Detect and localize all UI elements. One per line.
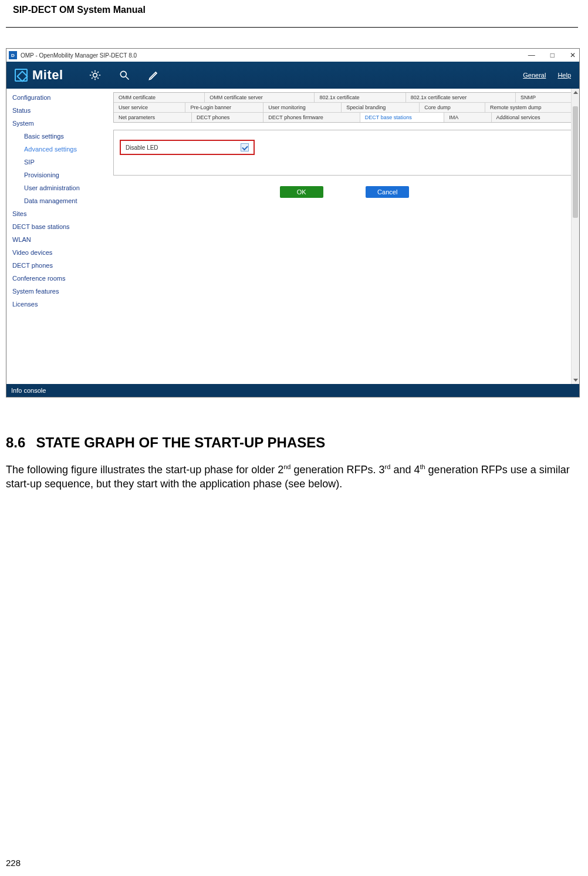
- sidebar-item-provisioning[interactable]: Provisioning: [6, 169, 110, 181]
- logo-text: Mitel: [32, 68, 63, 83]
- tab-core-dump[interactable]: Core dump: [420, 103, 485, 112]
- tab-dect-phones[interactable]: DECT phones: [192, 113, 263, 122]
- sidebar-item-conference-rooms[interactable]: Conference rooms: [6, 272, 110, 285]
- maximize-icon[interactable]: □: [550, 51, 555, 59]
- cancel-button[interactable]: Cancel: [366, 186, 409, 198]
- config-panel: Disable LED: [113, 130, 576, 176]
- sidebar-item-user-administration[interactable]: User administration: [6, 181, 110, 194]
- tab-dect-phones-firmware[interactable]: DECT phones firmware: [263, 113, 360, 122]
- tab-remote-system-dump[interactable]: Remote system dump: [485, 103, 575, 112]
- sidebar-item-status[interactable]: Status: [6, 104, 110, 117]
- gear-icon[interactable]: [89, 69, 101, 81]
- scroll-thumb[interactable]: [573, 106, 578, 218]
- banner-menu: General Help: [523, 72, 571, 79]
- tabrow-1: OMM certificate OMM certificate server 8…: [114, 93, 575, 103]
- banner: Mitel General Help: [6, 62, 579, 89]
- banner-toolbar: [89, 69, 160, 81]
- menu-general[interactable]: General: [523, 72, 546, 79]
- svg-point-0: [93, 73, 97, 78]
- sidebar-item-wlan[interactable]: WLAN: [6, 233, 110, 246]
- logo-mark-icon: [15, 69, 28, 82]
- tabrow-3: Net parameters DECT phones DECT phones f…: [114, 113, 575, 122]
- menu-help[interactable]: Help: [557, 72, 571, 79]
- scroll-down-icon[interactable]: [573, 379, 578, 382]
- window-controls: — □ ✕: [528, 49, 576, 62]
- header-rule: [6, 27, 578, 28]
- section-title: STATE GRAPH OF THE START-UP PHASES: [36, 434, 325, 451]
- tab-net-parameters[interactable]: Net parameters: [114, 113, 192, 122]
- sidebar-item-dect-phones[interactable]: DECT phones: [6, 259, 110, 272]
- tab-additional-services[interactable]: Additional services: [492, 113, 575, 122]
- tab-user-monitoring[interactable]: User monitoring: [263, 103, 342, 112]
- logo: Mitel: [15, 68, 63, 83]
- body-paragraph: The following figure illustrates the sta…: [6, 463, 578, 491]
- app-window: D OMP - OpenMobility Manager SIP-DECT 8.…: [6, 48, 580, 397]
- svg-point-1: [120, 71, 126, 77]
- info-console-label: Info console: [11, 387, 46, 394]
- tab-snmp[interactable]: SNMP: [516, 93, 575, 102]
- minimize-icon[interactable]: —: [528, 51, 535, 59]
- disable-led-checkbox[interactable]: [241, 143, 249, 151]
- section-heading: 8.6 STATE GRAPH OF THE START-UP PHASES: [6, 434, 325, 451]
- vertical-scrollbar[interactable]: [571, 89, 579, 384]
- sidebar-item-data-management[interactable]: Data management: [6, 194, 110, 207]
- scroll-up-icon[interactable]: [573, 91, 578, 94]
- tab-special-branding[interactable]: Special branding: [342, 103, 420, 112]
- sidebar-item-system-features[interactable]: System features: [6, 285, 110, 298]
- search-icon[interactable]: [119, 69, 130, 81]
- window-title: OMP - OpenMobility Manager SIP-DECT 8.0: [21, 52, 137, 59]
- sidebar-item-system[interactable]: System: [6, 117, 110, 130]
- sidebar-item-configuration[interactable]: Configuration: [6, 91, 110, 104]
- workspace: Configuration Status System Basic settin…: [6, 89, 579, 384]
- sidebar-item-video-devices[interactable]: Video devices: [6, 246, 110, 259]
- main-content: OMM certificate OMM certificate server 8…: [110, 89, 579, 384]
- sidebar: Configuration Status System Basic settin…: [6, 89, 110, 384]
- tab-dect-base-stations[interactable]: DECT base stations: [360, 113, 444, 122]
- page-header: SIP-DECT OM System Manual: [13, 5, 146, 15]
- page-number: 228: [6, 858, 21, 868]
- sidebar-item-advanced-settings[interactable]: Advanced settings: [6, 143, 110, 156]
- sidebar-item-sites[interactable]: Sites: [6, 207, 110, 220]
- svg-line-2: [126, 77, 129, 80]
- sidebar-item-basic-settings[interactable]: Basic settings: [6, 130, 110, 143]
- sidebar-item-licenses[interactable]: Licenses: [6, 298, 110, 311]
- disable-led-label: Disable LED: [126, 144, 158, 151]
- tabs-container: OMM certificate OMM certificate server 8…: [113, 92, 576, 123]
- sidebar-item-dect-base-stations[interactable]: DECT base stations: [6, 220, 110, 233]
- tabrow-2: User service Pre-Login banner User monit…: [114, 103, 575, 113]
- tab-8021x-certificate[interactable]: 802.1x certificate: [315, 93, 405, 102]
- info-console-bar[interactable]: Info console: [6, 384, 579, 397]
- section-number: 8.6: [6, 434, 25, 451]
- ok-button[interactable]: OK: [280, 186, 323, 198]
- tab-user-service[interactable]: User service: [114, 103, 185, 112]
- pencil-icon[interactable]: [148, 69, 160, 81]
- disable-led-field: Disable LED: [120, 140, 255, 155]
- tab-pre-login-banner[interactable]: Pre-Login banner: [185, 103, 263, 112]
- app-icon: D: [9, 51, 17, 59]
- tab-ima[interactable]: IMA: [444, 113, 491, 122]
- sidebar-item-sip[interactable]: SIP: [6, 156, 110, 169]
- titlebar: D OMP - OpenMobility Manager SIP-DECT 8.…: [6, 49, 579, 62]
- tab-omm-certificate[interactable]: OMM certificate: [114, 93, 205, 102]
- button-row: OK Cancel: [113, 186, 576, 198]
- tab-8021x-certificate-server[interactable]: 802.1x certificate server: [406, 93, 516, 102]
- close-icon[interactable]: ✕: [570, 51, 576, 59]
- tab-omm-certificate-server[interactable]: OMM certificate server: [205, 93, 315, 102]
